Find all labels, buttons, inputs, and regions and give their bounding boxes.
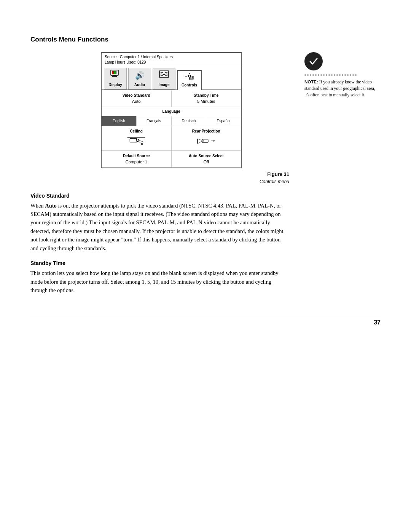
svg-rect-3 xyxy=(112,71,114,74)
image-icon-svg xyxy=(159,70,169,78)
lang-deutsch[interactable]: Deutsch xyxy=(172,116,207,126)
auto-source-label: Auto Source Select xyxy=(175,153,237,159)
tab-controls[interactable]: Controls xyxy=(177,70,202,90)
controls-menu-screenshot: Source : Computer 1 / Internal Speakers … xyxy=(101,52,242,169)
menu-tabs: Display 🔊 Audio xyxy=(102,66,241,90)
svg-point-17 xyxy=(136,139,139,142)
rear-projection-icon[interactable] xyxy=(197,136,216,148)
standby-time-value[interactable]: 5 Minutes xyxy=(175,98,237,105)
svg-rect-22 xyxy=(197,139,198,144)
standby-time-label: Standby Time xyxy=(175,93,237,98)
menu-header-bar: Source : Computer 1 / Internal Speakers … xyxy=(102,53,241,66)
ceiling-label: Ceiling xyxy=(105,128,167,134)
figure-sub: Controls menu xyxy=(53,178,289,185)
figure-label: Figure 31 xyxy=(53,171,289,178)
tab-controls-label: Controls xyxy=(182,82,197,88)
source-line1: Source : Computer 1 / Internal Speakers xyxy=(105,54,238,60)
auto-source-cell: Auto Source Select Off xyxy=(172,151,241,168)
controls-tab-icon xyxy=(185,72,194,81)
svg-marker-28 xyxy=(213,140,215,142)
svg-text:K: K xyxy=(141,142,143,146)
tab-audio[interactable]: 🔊 Audio xyxy=(128,68,151,89)
standby-time-section: Standby TIme This option lets you select… xyxy=(30,259,289,294)
default-source-label: Default Source xyxy=(105,153,167,159)
rear-projection-cell: Rear Projection xyxy=(172,126,241,150)
menu-row-4: Default Source Computer 1 Auto Source Se… xyxy=(102,151,241,168)
menu-body: Video Standard Auto Standby Time 5 Minut… xyxy=(102,90,241,168)
bottom-area: 37 xyxy=(30,314,381,327)
svg-line-25 xyxy=(198,139,201,140)
auto-source-value[interactable]: Off xyxy=(175,159,237,165)
ceiling-cell: Ceiling xyxy=(102,126,172,150)
display-icon-svg xyxy=(110,70,121,78)
language-buttons: English Français Deutsch Español xyxy=(102,116,241,126)
video-standard-body: When Auto is on, the projector attempts … xyxy=(30,201,289,253)
note-text: NOTE: If you already know the video stan… xyxy=(304,79,381,99)
page-number: 37 xyxy=(374,318,381,327)
standby-time-heading: Standby TIme xyxy=(30,259,289,267)
note-bold-prefix: NOTE: xyxy=(304,80,318,84)
display-tab-icon xyxy=(110,70,121,81)
section-title: Controls Menu Functions xyxy=(30,35,381,45)
projection-mode-row: Ceiling xyxy=(102,126,241,151)
tab-display[interactable]: Display xyxy=(104,68,127,89)
svg-line-20 xyxy=(139,140,144,142)
default-source-value[interactable]: Computer 1 xyxy=(105,159,167,165)
svg-rect-5 xyxy=(116,71,117,74)
video-standard-label: Video Standard xyxy=(105,93,167,98)
language-header: Language xyxy=(102,107,241,116)
rear-projection-label: Rear Projection xyxy=(175,128,237,134)
note-checkmark-icon xyxy=(304,52,323,70)
video-standard-heading: Video Standard xyxy=(30,192,289,200)
tab-audio-label: Audio xyxy=(134,82,145,88)
lang-francais[interactable]: Français xyxy=(137,116,172,126)
svg-rect-1 xyxy=(113,75,116,76)
default-source-cell: Default Source Computer 1 xyxy=(102,151,172,168)
svg-rect-2 xyxy=(112,76,117,77)
image-tab-icon xyxy=(159,70,169,81)
source-line2: Lamp Hours Used: 0129 xyxy=(105,60,238,65)
svg-rect-16 xyxy=(130,138,137,142)
ceiling-icon[interactable]: K xyxy=(127,136,146,148)
top-rule xyxy=(30,23,381,23)
checkmark-svg xyxy=(308,56,319,67)
note-dots-separator xyxy=(304,74,381,76)
menu-row-1: Video Standard Auto Standby Time 5 Minut… xyxy=(102,90,241,107)
rear-proj-icon-svg xyxy=(197,136,216,146)
controls-icon-svg xyxy=(185,72,194,80)
svg-rect-4 xyxy=(114,71,116,74)
video-standard-cell: Video Standard Auto xyxy=(102,90,172,107)
tab-image-label: Image xyxy=(159,82,170,88)
content-area: Source : Computer 1 / Internal Speakers … xyxy=(30,52,381,299)
tab-image[interactable]: Image xyxy=(153,69,175,89)
audio-tab-icon: 🔊 xyxy=(135,70,145,81)
video-standard-section: Video Standard When Auto is on, the proj… xyxy=(30,192,289,253)
tab-display-label: Display xyxy=(108,82,122,88)
standby-time-cell: Standby Time 5 Minutes xyxy=(172,90,241,107)
body-sections: Video Standard When Auto is on, the proj… xyxy=(30,192,289,295)
figure-caption: Figure 31 Controls menu xyxy=(53,171,289,185)
lang-espanol[interactable]: Español xyxy=(206,116,241,126)
standby-time-body: This option lets you select how long the… xyxy=(30,269,289,294)
side-column: NOTE: If you already know the video stan… xyxy=(304,52,381,99)
main-column: Source : Computer 1 / Internal Speakers … xyxy=(30,52,289,299)
ceiling-icon-svg: K xyxy=(127,136,146,146)
video-standard-value[interactable]: Auto xyxy=(105,98,167,105)
auto-bold: Auto xyxy=(45,203,57,209)
language-section: Language English Français Deutsch Españo… xyxy=(102,107,241,126)
screenshot-wrapper: Source : Computer 1 / Internal Speakers … xyxy=(53,52,289,185)
note-icon-area xyxy=(304,52,381,70)
svg-line-26 xyxy=(198,142,201,143)
lang-english[interactable]: English xyxy=(102,116,137,126)
